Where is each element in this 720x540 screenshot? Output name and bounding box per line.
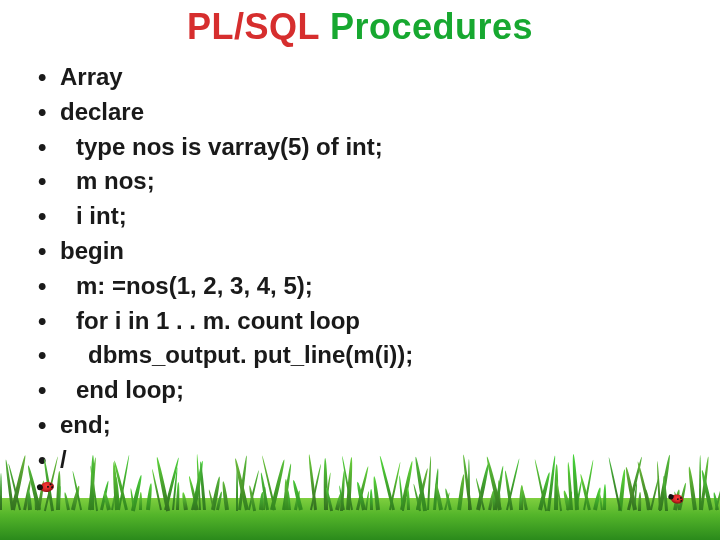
ladybug-icon <box>39 481 55 493</box>
list-item: end loop; <box>32 373 672 408</box>
bullet-list: Array declare type nos is varray(5) of i… <box>32 60 672 478</box>
slide-title: PL/SQL Procedures <box>0 6 720 48</box>
list-item: i int; <box>32 199 672 234</box>
bullet-text: type nos is varray(5) of int; <box>60 130 383 165</box>
title-word-1: PL/SQL <box>187 6 319 47</box>
list-item: m nos; <box>32 164 672 199</box>
bullet-text: m nos; <box>60 164 155 199</box>
list-item: type nos is varray(5) of int; <box>32 130 672 165</box>
bullet-text: / <box>60 446 67 473</box>
grass-base <box>0 498 720 540</box>
bullet-text: m: =nos(1, 2, 3, 4, 5); <box>60 269 313 304</box>
ladybug-icon <box>670 493 684 504</box>
bullet-text: end; <box>60 411 111 438</box>
title-word-2: Procedures <box>330 6 533 47</box>
bullet-text: begin <box>60 237 124 264</box>
list-item: / <box>32 443 672 478</box>
bullet-text: declare <box>60 98 144 125</box>
bullet-text: dbms_output. put_line(m(i)); <box>60 338 413 373</box>
list-item: begin <box>32 234 672 269</box>
bullet-text: i int; <box>60 199 127 234</box>
list-item: Array <box>32 60 672 95</box>
list-item: m: =nos(1, 2, 3, 4, 5); <box>32 269 672 304</box>
bullet-text: end loop; <box>60 373 184 408</box>
list-item: end; <box>32 408 672 443</box>
bullet-text: for i in 1 . . m. count loop <box>60 304 360 339</box>
bullet-text: Array <box>60 63 123 90</box>
list-item: dbms_output. put_line(m(i)); <box>32 338 672 373</box>
content-body: Array declare type nos is varray(5) of i… <box>32 60 672 478</box>
list-item: declare <box>32 95 672 130</box>
list-item: for i in 1 . . m. count loop <box>32 304 672 339</box>
slide: PL/SQL Procedures Array declare type nos… <box>0 0 720 540</box>
